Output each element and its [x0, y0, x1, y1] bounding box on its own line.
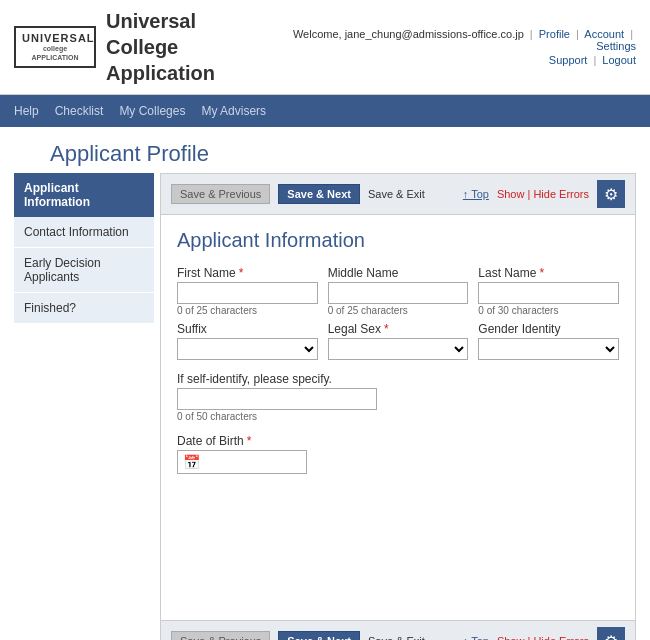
- dob-input-wrapper[interactable]: 📅: [177, 450, 307, 474]
- header-support-row: Support | Logout: [264, 54, 636, 66]
- last-name-field: Last Name * 0 of 30 characters: [478, 266, 619, 316]
- first-name-label: First Name *: [177, 266, 318, 280]
- top-toolbar: Save & Previous Save & Next Save & Exit …: [161, 174, 635, 215]
- nav-logout-link[interactable]: Logout: [602, 54, 636, 66]
- nav-my-advisers[interactable]: My Advisers: [201, 104, 266, 118]
- top-anchor-link[interactable]: ↑ Top: [463, 188, 489, 200]
- bottom-toolbar: Save & Previous Save & Next Save & Exit …: [161, 620, 635, 640]
- header-title: Universal College Application: [106, 8, 264, 86]
- self-identify-label: If self-identify, please specify.: [177, 372, 619, 386]
- sidebar-item-early-decision[interactable]: Early Decision Applicants: [14, 248, 154, 292]
- suffix-field: Suffix: [177, 322, 318, 360]
- name-row: First Name * 0 of 25 characters Middle N…: [177, 266, 619, 316]
- show-hide-errors-link[interactable]: Show | Hide Errors: [497, 188, 589, 200]
- save-previous-button[interactable]: Save & Previous: [171, 184, 270, 204]
- nav-my-colleges[interactable]: My Colleges: [119, 104, 185, 118]
- sidebar-item-applicant-info[interactable]: Applicant Information: [14, 173, 154, 217]
- gender-identity-field: Gender Identity: [478, 322, 619, 360]
- last-name-input[interactable]: [478, 282, 619, 304]
- form-section-title: Applicant Information: [177, 229, 619, 252]
- bottom-top-anchor-link[interactable]: ↑ Top: [463, 635, 489, 640]
- header: UNIVERSAL college APPLICATION Universal …: [0, 0, 650, 95]
- middle-name-field: Middle Name 0 of 25 characters: [328, 266, 469, 316]
- bottom-gear-button[interactable]: ⚙: [597, 627, 625, 640]
- content-area: Save & Previous Save & Next Save & Exit …: [160, 173, 636, 640]
- gender-identity-select[interactable]: [478, 338, 619, 360]
- legal-sex-select[interactable]: [328, 338, 469, 360]
- dob-required: *: [247, 434, 252, 448]
- save-exit-button[interactable]: Save & Exit: [368, 188, 425, 200]
- middle-name-label: Middle Name: [328, 266, 469, 280]
- first-name-char-count: 0 of 25 characters: [177, 305, 318, 316]
- top-nav: Help Checklist My Colleges My Advisers: [0, 95, 650, 127]
- logo-box: UNIVERSAL college APPLICATION: [14, 26, 96, 68]
- save-next-button[interactable]: Save & Next: [278, 184, 360, 204]
- self-identify-char-count: 0 of 50 characters: [177, 411, 619, 422]
- suffix-label: Suffix: [177, 322, 318, 336]
- legal-sex-label: Legal Sex *: [328, 322, 469, 336]
- nav-account-link[interactable]: Account: [584, 28, 624, 40]
- first-name-input[interactable]: [177, 282, 318, 304]
- legal-sex-field: Legal Sex *: [328, 322, 469, 360]
- dob-field: Date of Birth * 📅: [177, 434, 619, 474]
- sidebar: Applicant Information Contact Informatio…: [14, 173, 154, 640]
- legal-sex-required: *: [384, 322, 389, 336]
- suffix-sex-gender-row: Suffix Legal Sex * Gender Identity: [177, 322, 619, 360]
- page-title: Applicant Profile: [50, 141, 636, 167]
- dob-label: Date of Birth *: [177, 434, 619, 448]
- sidebar-item-finished[interactable]: Finished?: [14, 293, 154, 323]
- nav-profile-link[interactable]: Profile: [539, 28, 570, 40]
- logo-bottom-text: college APPLICATION: [22, 45, 88, 62]
- gear-button[interactable]: ⚙: [597, 180, 625, 208]
- suffix-select[interactable]: [177, 338, 318, 360]
- page-title-area: Applicant Profile: [0, 127, 650, 173]
- gender-identity-label: Gender Identity: [478, 322, 619, 336]
- header-user-nav: Welcome, jane_chung@admissions-office.co…: [264, 28, 636, 66]
- self-identify-field: If self-identify, please specify. 0 of 5…: [177, 372, 619, 422]
- first-name-required: *: [239, 266, 244, 280]
- main-layout: Applicant Information Contact Informatio…: [0, 173, 650, 640]
- first-name-field: First Name * 0 of 25 characters: [177, 266, 318, 316]
- bottom-save-exit-button[interactable]: Save & Exit: [368, 635, 425, 640]
- last-name-label: Last Name *: [478, 266, 619, 280]
- nav-settings-link[interactable]: Settings: [596, 40, 636, 52]
- header-welcome-row: Welcome, jane_chung@admissions-office.co…: [264, 28, 636, 52]
- form-area: Applicant Information First Name * 0 of …: [161, 215, 635, 500]
- last-name-char-count: 0 of 30 characters: [478, 305, 619, 316]
- logo-top-text: UNIVERSAL: [22, 32, 88, 45]
- calendar-icon[interactable]: 📅: [183, 454, 200, 470]
- self-identify-input[interactable]: [177, 388, 377, 410]
- middle-name-input[interactable]: [328, 282, 469, 304]
- bottom-save-previous-button[interactable]: Save & Previous: [171, 631, 270, 640]
- middle-name-char-count: 0 of 25 characters: [328, 305, 469, 316]
- last-name-required: *: [539, 266, 544, 280]
- bottom-save-next-button[interactable]: Save & Next: [278, 631, 360, 640]
- nav-checklist[interactable]: Checklist: [55, 104, 104, 118]
- nav-support-link[interactable]: Support: [549, 54, 588, 66]
- welcome-text: Welcome, jane_chung@admissions-office.co…: [293, 28, 524, 40]
- header-logo: UNIVERSAL college APPLICATION Universal …: [14, 8, 264, 86]
- nav-help[interactable]: Help: [14, 104, 39, 118]
- bottom-show-hide-errors-link[interactable]: Show | Hide Errors: [497, 635, 589, 640]
- sidebar-item-contact-info[interactable]: Contact Information: [14, 217, 154, 247]
